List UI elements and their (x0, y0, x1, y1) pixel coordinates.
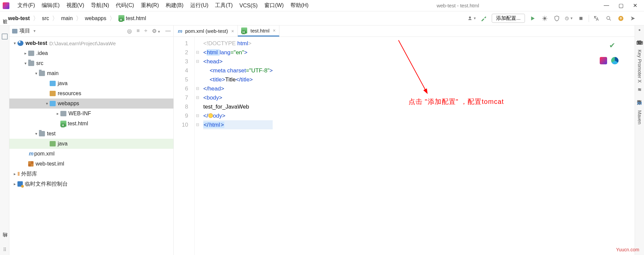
menu-run[interactable]: 运行(U) (187, 1, 212, 10)
hide-panel-icon[interactable]: — (165, 28, 171, 34)
app-icon (3, 2, 9, 9)
rail-project-icon[interactable] (2, 34, 8, 40)
tree-testjava[interactable]: ▸java (9, 139, 173, 149)
right-tool-rail: ● 通知 ⌨ Key Promoter X ≋ 数据库 m Maven (635, 25, 644, 255)
tree-webapps[interactable]: ▾webapps (9, 99, 173, 109)
minimize-icon[interactable]: ― (604, 2, 609, 9)
line-number: 10 (174, 120, 188, 129)
tab-label: pom.xml (web-test) (185, 28, 228, 34)
select-opened-icon[interactable]: ◎ (127, 28, 132, 34)
code-content[interactable]: <!DOCTYPE html> <html lang="en"> <head> … (201, 37, 273, 255)
tree-idea[interactable]: ▸.idea (9, 48, 173, 58)
fold-gutter: ⊟⊟ ⊟⊟ ⊟⊟ (195, 37, 201, 255)
project-panel-title[interactable]: 项目 ▼ (12, 27, 124, 35)
menu-help[interactable]: 帮助(H) (287, 1, 312, 10)
menu-file[interactable]: 文件(F) (14, 1, 38, 10)
html-file-icon (118, 15, 124, 21)
tab-testhtml[interactable]: test.html× (238, 25, 279, 37)
collapse-all-icon[interactable]: ÷ (144, 28, 147, 34)
tree-label: main (47, 70, 59, 76)
menu-refactor[interactable]: 重构(R) (138, 1, 162, 10)
line-number: 3 (174, 57, 188, 66)
tree-root[interactable]: ▾web-testD:\JavaLearn\Project\JavaWe (9, 38, 173, 48)
tree-resources[interactable]: ▸resources (9, 88, 173, 99)
tree-test[interactable]: ▾test (9, 129, 173, 139)
menu-edit[interactable]: 编辑(E) (38, 1, 63, 10)
close-tab-icon[interactable]: × (273, 28, 275, 33)
library-icon: ⫴ (17, 171, 21, 177)
user-icon[interactable]: ▼ (468, 14, 476, 23)
svg-rect-2 (580, 17, 583, 20)
test-folder-icon (50, 141, 56, 146)
add-configuration-button[interactable]: 添加配置... (492, 14, 525, 23)
line-number: 2 (174, 48, 188, 57)
tree-pom[interactable]: ▸mpom.xml (9, 149, 173, 159)
rail-database[interactable]: 数据库 (637, 94, 643, 98)
coverage-icon[interactable] (552, 14, 561, 23)
menu-view[interactable]: 视图(V) (63, 1, 88, 10)
menu-vcs[interactable]: VCS(S) (236, 1, 261, 10)
menu-build[interactable]: 构建(B) (162, 1, 187, 10)
code-area[interactable]: 1 2 3 4 5 6 7 8 9 10 ⊟⊟ ⊟⊟ ⊟⊟ <!DOCTYPE … (174, 37, 635, 255)
menu-window[interactable]: 窗口(W) (261, 1, 287, 10)
tree-extlib[interactable]: ▸⫴ 外部库 (9, 169, 173, 179)
tree-label: java (58, 80, 67, 86)
project-tree: ▾web-testD:\JavaLearn\Project\JavaWe ▸.i… (9, 37, 173, 255)
folder-icon (28, 61, 34, 66)
stop-icon[interactable] (577, 14, 585, 23)
profiler-icon[interactable]: ▼ (565, 14, 573, 23)
line-number: 9 (174, 111, 188, 120)
crumb-project[interactable]: web-test (6, 15, 32, 22)
update-icon[interactable] (616, 14, 625, 23)
tree-label: pom.xml (34, 151, 54, 157)
project-panel-label: 项目 (19, 27, 30, 35)
close-icon[interactable]: ✕ (633, 2, 637, 9)
menu-tools[interactable]: 工具(T) (212, 1, 236, 10)
window-controls: ― ▢ ✕ (604, 2, 641, 9)
intellij-preview-icon[interactable] (600, 57, 607, 64)
crumb-file[interactable]: test.html (116, 14, 148, 22)
tree-src[interactable]: ▾src (9, 58, 173, 68)
expand-all-icon[interactable]: ≡ (137, 28, 140, 34)
intention-bulb-icon[interactable] (208, 113, 213, 118)
tree-scratch[interactable]: ▸临时文件和控制台 (9, 179, 173, 189)
tree-java[interactable]: ▸java (9, 78, 173, 88)
line-number: 6 (174, 84, 188, 93)
search-icon[interactable] (604, 14, 613, 23)
tab-pom[interactable]: mpom.xml (web-test)× (174, 25, 238, 37)
tree-label: WEB-INF (68, 111, 91, 117)
hammer-icon[interactable] (480, 14, 488, 23)
menu-code[interactable]: 代码(C) (112, 1, 137, 10)
maximize-icon[interactable]: ▢ (619, 2, 624, 9)
run-icon[interactable] (528, 14, 537, 23)
scratch-icon (17, 181, 23, 187)
codestream-icon[interactable] (629, 14, 637, 23)
watermark: Yuucn.com (616, 247, 639, 252)
edge-browser-icon[interactable] (611, 57, 619, 64)
crumb-main[interactable]: main (59, 15, 75, 22)
folder-icon (39, 131, 45, 136)
structure-icon[interactable]: ⠿ (3, 247, 6, 255)
tree-root-path: D:\JavaLearn\Project\JavaWe (49, 41, 116, 46)
tree-testhtml[interactable]: ▸test.html (9, 119, 173, 129)
web-folder-icon (50, 101, 56, 106)
line-number: 8 (174, 102, 188, 111)
navigation-bar: web-test 〉 src 〉 main 〉 webapps 〉 test.h… (0, 11, 644, 25)
debug-icon[interactable] (540, 14, 549, 23)
menu-navigate[interactable]: 导航(N) (88, 1, 112, 10)
inspection-ok-icon[interactable]: ✔ (609, 41, 615, 50)
crumb-webapps[interactable]: webapps (83, 15, 108, 22)
tree-iml[interactable]: ▸web-test.iml (9, 159, 173, 169)
tree-webinf[interactable]: ▸WEB-INF (9, 109, 173, 119)
window-title: web-test - test.html (312, 3, 604, 8)
rail-maven[interactable]: Maven (637, 108, 642, 126)
rail-notifications[interactable]: 通知 (637, 34, 643, 38)
settings-icon[interactable]: ⚙▼ (152, 28, 161, 34)
rail-keypromoter[interactable]: Key Promoter X (637, 48, 642, 85)
line-number: 4 (174, 66, 188, 75)
crumb-src[interactable]: src (40, 15, 51, 22)
tree-main[interactable]: ▾main (9, 68, 173, 78)
translate-icon[interactable] (592, 14, 601, 23)
module-icon (17, 41, 23, 46)
close-tab-icon[interactable]: × (231, 28, 234, 34)
